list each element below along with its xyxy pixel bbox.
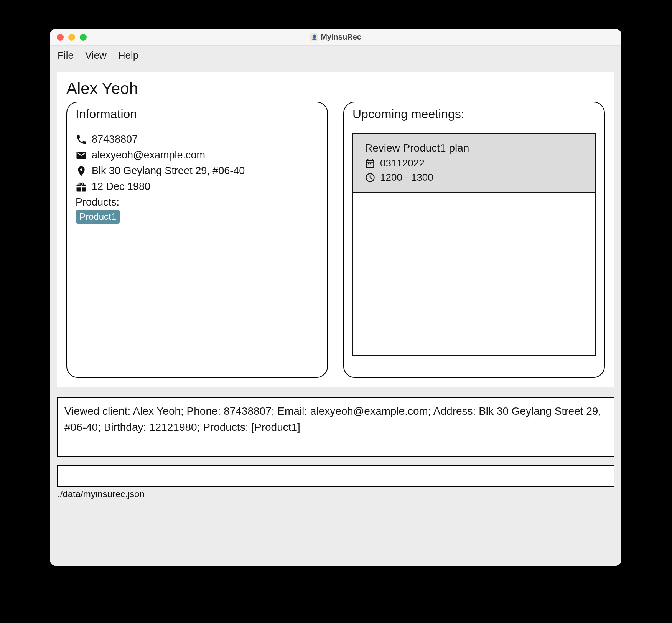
birthday-value: 12 Dec 1980	[92, 181, 150, 193]
product-chip: Product1	[76, 210, 120, 224]
birthday-row: 12 Dec 1980	[76, 181, 319, 193]
meeting-date-row: 03112022	[365, 157, 583, 169]
meeting-item[interactable]: Review Product1 plan 03112022 1200 - 130…	[353, 134, 595, 193]
meeting-time: 1200 - 1300	[380, 171, 433, 183]
menu-file[interactable]: File	[58, 49, 74, 61]
menu-view[interactable]: View	[85, 49, 107, 61]
gift-icon	[76, 181, 87, 193]
address-row: Blk 30 Geylang Street 29, #06-40	[76, 165, 319, 177]
app-icon: 👤	[310, 33, 318, 41]
information-body: 87438807 alexyeoh@example.com Blk 30 Gey…	[67, 127, 327, 377]
meetings-body: Review Product1 plan 03112022 1200 - 130…	[344, 127, 604, 377]
products-label: Products:	[76, 196, 319, 208]
address-value: Blk 30 Geylang Street 29, #06-40	[92, 165, 245, 177]
menu-help[interactable]: Help	[118, 49, 138, 61]
window-controls	[57, 34, 87, 41]
maximize-window-button[interactable]	[80, 34, 87, 41]
content-area: Alex Yeoh Information 87438807 alexyeoh@…	[50, 65, 621, 566]
client-name: Alex Yeoh	[66, 79, 605, 98]
titlebar: 👤 MyInsuRec	[50, 29, 621, 46]
minimize-window-button[interactable]	[68, 34, 75, 41]
calendar-icon	[365, 158, 376, 169]
phone-icon	[76, 134, 87, 145]
client-detail-pane: Alex Yeoh Information 87438807 alexyeoh@…	[57, 72, 614, 387]
close-window-button[interactable]	[57, 34, 64, 41]
meetings-card: Upcoming meetings: Review Product1 plan …	[343, 102, 605, 378]
result-display: Viewed client: Alex Yeoh; Phone: 8743880…	[57, 397, 614, 457]
window-title: 👤 MyInsuRec	[50, 33, 621, 41]
information-header: Information	[67, 102, 327, 127]
location-icon	[76, 165, 87, 177]
detail-columns: Information 87438807 alexyeoh@example.co…	[66, 102, 605, 378]
menubar: File View Help	[50, 46, 621, 65]
email-row: alexyeoh@example.com	[76, 149, 319, 161]
phone-row: 87438807	[76, 134, 319, 145]
meeting-list: Review Product1 plan 03112022 1200 - 130…	[352, 134, 596, 356]
information-card: Information 87438807 alexyeoh@example.co…	[66, 102, 328, 378]
command-input[interactable]	[57, 465, 614, 487]
meeting-date: 03112022	[380, 157, 425, 169]
email-value: alexyeoh@example.com	[92, 149, 205, 161]
phone-value: 87438807	[92, 134, 138, 145]
status-bar: ./data/myinsurec.json	[57, 487, 614, 502]
app-window: 👤 MyInsuRec File View Help Alex Yeoh Inf…	[50, 29, 621, 566]
meetings-header: Upcoming meetings:	[344, 102, 604, 127]
email-icon	[76, 150, 87, 161]
clock-icon	[365, 172, 376, 183]
meeting-title: Review Product1 plan	[365, 142, 583, 154]
window-title-text: MyInsuRec	[321, 33, 361, 41]
meeting-time-row: 1200 - 1300	[365, 171, 583, 183]
